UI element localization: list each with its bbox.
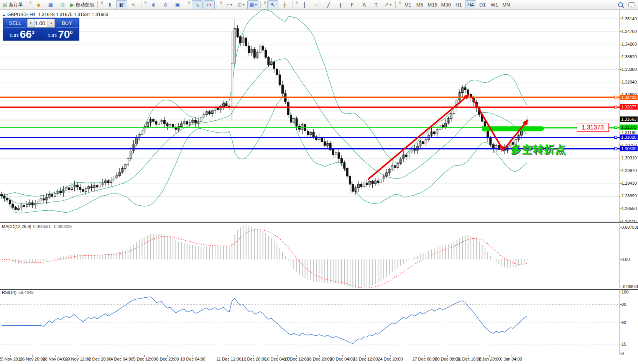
rsi-pane[interactable] [2, 297, 527, 344]
volume-decrease-button[interactable]: ▼ [27, 19, 34, 28]
horizontal-line-button[interactable]: ─ [311, 0, 322, 9]
trendline-icon: ╱ [327, 2, 330, 7]
tf-h4-button[interactable]: H4 [465, 0, 476, 9]
price-axis-tick-label: 1.28550 [622, 206, 638, 211]
chart-title: ▲GBPUSD-,H4 1.31618 1.31675 1.31581 1.31… [2, 12, 108, 17]
macd-name: MACD(12,26,9) [2, 224, 31, 229]
sell-button[interactable]: SELL [4, 19, 26, 28]
collapse-triangle-icon[interactable]: ▲ [2, 13, 6, 17]
macd-pane[interactable] [2, 225, 527, 290]
candlestick-chart-button[interactable]: ▮▯ [116, 0, 127, 9]
toolbar-drag-handle [220, 1, 222, 8]
chevron-down-icon[interactable]: ▾ [390, 3, 391, 7]
price-axis-tick-label: 1.30310 [622, 156, 638, 161]
toolbar: ▤新订单◆▦◎▶自动交易‖▮▯∿⊕⊖▣↘↦+▾⊙▾▩▾↖┼│─╱∥FAT↗▾M1… [0, 0, 638, 10]
fibonacci-button[interactable]: F [347, 0, 358, 9]
macd-pane-separator[interactable] [0, 222, 638, 224]
sell-price-big: 66 [20, 30, 32, 39]
chevron-down-icon[interactable]: ▾ [243, 3, 245, 7]
profiles-button[interactable]: ◆ [33, 0, 44, 9]
time-axis-border [0, 355, 638, 355]
tf-mn-button[interactable]: MN [501, 0, 512, 9]
toolbar-separator [395, 1, 396, 8]
auto-scroll-button[interactable]: ↘ [192, 0, 203, 9]
tf-m1-button[interactable]: M1 [402, 0, 413, 9]
level-price-label: 1.31373 [620, 125, 638, 130]
buy-button[interactable]: BUY [56, 19, 78, 28]
tf-h1-button[interactable]: H1 [453, 0, 464, 9]
level-price-label: 1.31028 [620, 134, 638, 140]
new-order-button[interactable]: ▤新订单 [1, 0, 24, 9]
text-label-button[interactable]: T [370, 0, 381, 9]
indicators-button[interactable]: +▾ [224, 0, 235, 9]
new-order-icon: ▤ [3, 2, 7, 7]
level-line-anchor[interactable] [615, 96, 617, 98]
zoom-in-button[interactable]: ⊕ [148, 0, 159, 9]
autotrading-button[interactable]: ▶自动交易 [69, 0, 95, 9]
vertical-line-button[interactable]: │ [299, 0, 310, 9]
arrows-button[interactable]: ↗▾ [382, 0, 393, 9]
chat-icon[interactable] [628, 2, 635, 7]
tf-w1-button[interactable]: W1 [489, 0, 500, 9]
band-anchor[interactable] [541, 128, 544, 130]
volume-input[interactable]: 1.00 [34, 19, 48, 28]
toolbar-drag-handle [296, 1, 298, 8]
candlestick-chart-icon: ▮▯ [119, 2, 125, 7]
toolbar-drag-handle [30, 1, 31, 8]
tf-m1-icon: M1 [405, 2, 411, 7]
turning-point-annotation[interactable]: 多空转折点 [511, 143, 566, 156]
sell-price-sup: 3 [32, 30, 35, 35]
rsi-pane-separator[interactable] [0, 288, 638, 290]
rsi-axis-label: 15 [622, 342, 638, 347]
tf-m30-button[interactable]: M30 [440, 0, 452, 9]
chevron-down-icon[interactable]: ▾ [230, 3, 232, 7]
toolbar-right-group [618, 2, 635, 7]
toolbar-drag-handle [101, 1, 103, 8]
line-chart-button[interactable]: ∿ [128, 0, 139, 9]
horizontal-line-icon: ─ [315, 2, 318, 7]
vertical-line-icon: │ [303, 2, 306, 7]
bar-chart-button[interactable]: ‖ [104, 0, 115, 9]
tf-d1-button[interactable]: D1 [477, 0, 488, 9]
crosshair-button[interactable]: ┼ [279, 0, 290, 9]
level-line-anchor[interactable] [615, 148, 617, 150]
text-button[interactable]: A [358, 0, 370, 9]
periods-button[interactable]: ⊙▾ [235, 0, 247, 9]
channel-button[interactable]: ∥ [335, 0, 346, 9]
new-order-button-label: 新订单 [9, 2, 23, 8]
buy-price[interactable]: 1.31 70 0 [41, 28, 79, 40]
level-line-anchor[interactable] [615, 136, 617, 138]
price-axis-tick-label: 1.33380 [622, 67, 638, 72]
chevron-down-icon[interactable]: ▾ [255, 3, 257, 7]
navigator-button[interactable]: ◎ [57, 0, 68, 9]
toolbar-separator [26, 1, 27, 8]
rsi-value: 58.4642 [18, 290, 34, 295]
cursor-button[interactable]: ↖ [267, 0, 278, 9]
mt4-window: ▤新订单◆▦◎▶自动交易‖▮▯∿⊕⊖▣↘↦+▾⊙▾▩▾↖┼│─╱∥FAT↗▾M1… [0, 0, 638, 364]
volume-increase-button[interactable]: ▲ [48, 19, 55, 28]
chart-canvas[interactable] [0, 0, 638, 364]
zoom-out-button[interactable]: ⊖ [160, 0, 171, 9]
price-axis-tick-label: 1.34260 [622, 42, 638, 47]
level-line-anchor[interactable] [615, 106, 617, 108]
chart-shift-button[interactable]: ↦ [204, 0, 215, 9]
time-axis-label: 18 Dec 20:00 [307, 357, 332, 361]
bar-chart-icon: ‖ [109, 2, 111, 7]
sell-price[interactable]: 1.31 66 3 [3, 28, 41, 40]
time-axis-label: 5 Dec 12:00 [133, 357, 156, 361]
sell-price-prefix: 1.31 [9, 33, 19, 38]
price-callout-box[interactable]: 1.31373 [577, 123, 609, 132]
tf-d1-icon: D1 [479, 2, 486, 7]
tile-windows-button[interactable]: ▣ [172, 0, 183, 9]
trend-arrow-line[interactable] [472, 97, 503, 151]
time-axis-label: 12 Dec 20:00 [241, 357, 266, 361]
tf-m5-button[interactable]: M5 [414, 0, 425, 9]
macd-label: MACD(12,26,9)0.000531-0.000239 [2, 224, 74, 229]
price-axis-tick-label: 1.28990 [622, 193, 638, 198]
trendline-button[interactable]: ╱ [323, 0, 334, 9]
search-icon[interactable] [618, 2, 623, 7]
tf-m15-button[interactable]: M15 [426, 0, 439, 9]
templates-button[interactable]: ▩▾ [247, 0, 258, 9]
autotrading-icon: ▶ [70, 2, 74, 7]
market-watch-button[interactable]: ▦ [45, 0, 56, 9]
